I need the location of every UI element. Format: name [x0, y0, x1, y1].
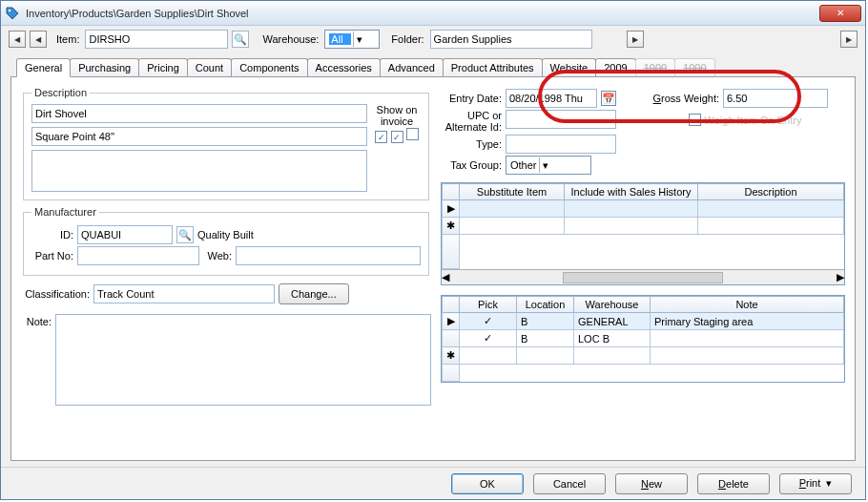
ok-button[interactable]: OK: [451, 473, 524, 494]
mfr-search-button[interactable]: 🔍: [176, 226, 194, 243]
right-bottom: Substitute Item Include with Sales Histo…: [441, 182, 845, 450]
col-warehouse[interactable]: Warehouse: [574, 297, 651, 313]
col-note[interactable]: Note: [651, 297, 844, 313]
description-line3-input[interactable]: [31, 150, 367, 192]
upc-label: UPC or Alternate Id:: [441, 110, 502, 133]
col-include-history[interactable]: Include with Sales History: [565, 184, 698, 200]
chevron-down-icon: ▾: [353, 31, 366, 47]
note-row: Note:: [21, 314, 431, 406]
right-top: Entry Date: 📅 UPC or Alternate Id: Type:…: [441, 87, 845, 177]
col-location[interactable]: Location: [517, 297, 574, 313]
tab-product-attributes[interactable]: Product Attributes: [443, 58, 543, 76]
gross-weight-input[interactable]: [723, 89, 828, 108]
show-on-invoice-label: Show on invoice: [373, 104, 421, 127]
part-no-label: Part No:: [31, 250, 73, 261]
classification-label: Classification:: [21, 288, 90, 300]
classification-input[interactable]: [93, 284, 275, 303]
web-label: Web:: [203, 250, 232, 261]
mfr-id-input[interactable]: [77, 225, 173, 244]
item-label: Item:: [56, 33, 79, 45]
chevron-down-icon: ▾: [539, 157, 552, 173]
col-pick[interactable]: Pick: [460, 297, 517, 313]
folder-label: Folder:: [391, 33, 424, 45]
col-description[interactable]: Description: [698, 184, 844, 200]
warehouse-label: Warehouse:: [262, 33, 319, 45]
new-button[interactable]: New: [615, 473, 688, 494]
item-code-input[interactable]: [85, 30, 228, 49]
titlebar: Inventory\Products\Garden Supplies\Dirt …: [1, 1, 865, 26]
classification-row: Classification: Change...: [21, 283, 431, 304]
tax-group-value: Other: [510, 159, 537, 171]
description-group: Description Show on invoice ✓ ✓: [23, 87, 429, 200]
warehouse-value: All: [329, 33, 350, 45]
location-grid[interactable]: Pick Location Warehouse Note ▶ ✓ B GENER…: [441, 295, 845, 383]
item-search-button[interactable]: 🔍: [232, 31, 249, 48]
show-invoice-check-2[interactable]: ✓: [391, 131, 403, 143]
tax-group-combo[interactable]: Other ▾: [506, 156, 591, 175]
cancel-button[interactable]: Cancel: [533, 473, 606, 494]
top-toolbar: ◀ ◀ Item: 🔍 Warehouse: All ▾ Folder: ▶ ▶: [1, 26, 865, 52]
tab-strip: General Purchasing Pricing Count Compone…: [1, 52, 865, 76]
warehouse-combo[interactable]: All ▾: [324, 30, 380, 49]
change-button[interactable]: Change...: [279, 283, 349, 304]
weigh-item-checkbox[interactable]: [689, 114, 701, 126]
tax-group-label: Tax Group:: [441, 159, 502, 171]
web-input[interactable]: [236, 246, 421, 265]
description-legend: Description: [31, 87, 90, 98]
substitute-grid[interactable]: Substitute Item Include with Sales Histo…: [441, 182, 845, 285]
mfr-id-label: ID:: [31, 229, 73, 241]
type-label: Type:: [441, 138, 502, 150]
footer-buttons: OK Cancel New Delete Print ▾: [1, 467, 865, 499]
nav-next-button[interactable]: ▶: [627, 31, 644, 48]
weight-fields: Gross Weight: Weigh Item On Entry: [645, 87, 845, 177]
upc-input[interactable]: [506, 110, 616, 129]
weigh-item-label: Weigh Item On Entry: [705, 115, 802, 126]
gross-weight-label: Gross Weight:: [645, 93, 719, 104]
note-textarea[interactable]: [55, 314, 431, 406]
tab-purchasing[interactable]: Purchasing: [70, 58, 139, 76]
tab-accessories[interactable]: Accessories: [307, 58, 381, 76]
svg-point-0: [9, 9, 11, 11]
substitute-grid-scrollbar[interactable]: ◀▶: [442, 269, 844, 284]
window-title: Inventory\Products\Garden Supplies\Dirt …: [26, 8, 819, 19]
type-input[interactable]: [506, 135, 616, 154]
table-row[interactable]: ▶ ✓ B GENERAL Primary Staging area: [443, 313, 844, 330]
tab-components[interactable]: Components: [231, 58, 307, 76]
show-invoice-check-1[interactable]: ✓: [375, 131, 387, 143]
col-substitute-item[interactable]: Substitute Item: [460, 184, 565, 200]
tab-1000b[interactable]: 1000: [674, 58, 714, 76]
tab-2009[interactable]: 2009: [595, 58, 635, 76]
entry-fields: Entry Date: 📅 UPC or Alternate Id: Type:…: [441, 87, 631, 177]
note-label: Note:: [21, 314, 52, 327]
nav-prev-button[interactable]: ◀: [30, 31, 47, 48]
delete-button[interactable]: Delete: [697, 473, 770, 494]
entry-date-label: Entry Date:: [441, 93, 502, 104]
nav-first-button[interactable]: ◀: [9, 31, 26, 48]
window: Inventory\Products\Garden Supplies\Dirt …: [0, 0, 866, 500]
manufacturer-group: Manufacturer ID: 🔍 Quality Built Part No…: [23, 206, 429, 276]
calendar-icon[interactable]: 📅: [601, 91, 616, 106]
part-no-input[interactable]: [77, 246, 199, 265]
nav-last-button[interactable]: ▶: [840, 31, 858, 48]
print-button[interactable]: Print ▾: [779, 473, 852, 494]
tab-count[interactable]: Count: [187, 58, 232, 76]
manufacturer-legend: Manufacturer: [31, 206, 99, 218]
general-pane: Description Show on invoice ✓ ✓: [10, 76, 856, 461]
show-invoice-check-3[interactable]: [406, 128, 419, 140]
table-row[interactable]: ✓ B LOC B: [443, 330, 844, 347]
folder-input[interactable]: [430, 30, 592, 49]
app-tag-icon: [5, 6, 20, 21]
left-column: Description Show on invoice ✓ ✓: [21, 87, 431, 450]
tab-1000a[interactable]: 1000: [635, 58, 675, 76]
description-line2-input[interactable]: [31, 127, 367, 146]
mfr-name-text: Quality Built: [197, 229, 254, 241]
description-line1-input[interactable]: [31, 104, 367, 123]
entry-date-input[interactable]: [506, 89, 597, 108]
tab-website[interactable]: Website: [542, 58, 597, 76]
tab-general[interactable]: General: [16, 58, 71, 77]
tab-pricing[interactable]: Pricing: [138, 58, 188, 76]
close-button[interactable]: ✕: [819, 5, 861, 22]
tab-advanced[interactable]: Advanced: [380, 58, 444, 76]
